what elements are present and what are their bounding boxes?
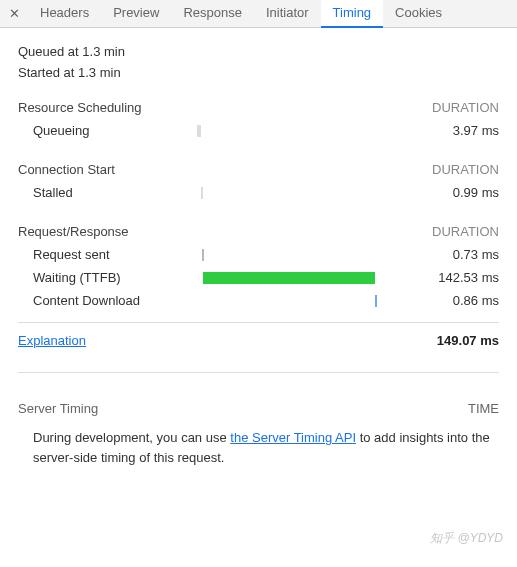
tab-preview[interactable]: Preview: [101, 0, 171, 28]
close-icon[interactable]: ✕: [0, 6, 28, 21]
row-bar: [197, 248, 377, 262]
row-stalled: Stalled 0.99 ms: [18, 181, 499, 204]
explanation-link[interactable]: Explanation: [18, 333, 86, 348]
timing-content: Queued at 1.3 min Started at 1.3 min Res…: [0, 28, 517, 483]
tab-headers[interactable]: Headers: [28, 0, 101, 28]
duration-header: DURATION: [432, 162, 499, 177]
server-timing-note: During development, you can use the Serv…: [18, 420, 499, 467]
section-title: Connection Start: [18, 162, 115, 177]
row-bar: [197, 186, 377, 200]
duration-header: DURATION: [432, 224, 499, 239]
tab-response[interactable]: Response: [171, 0, 254, 28]
devtools-tabs: ✕ Headers Preview Response Initiator Tim…: [0, 0, 517, 28]
section-title: Resource Scheduling: [18, 100, 142, 115]
divider: [18, 372, 499, 373]
row-label: Content Download: [18, 293, 193, 308]
row-waiting-ttfb: Waiting (TTFB) 142.53 ms: [18, 266, 499, 289]
row-label: Waiting (TTFB): [18, 270, 193, 285]
tab-cookies[interactable]: Cookies: [383, 0, 454, 28]
row-label: Stalled: [18, 185, 193, 200]
server-timing-api-link[interactable]: the Server Timing API: [230, 430, 356, 445]
total-time: 149.07 ms: [437, 333, 499, 348]
row-label: Request sent: [18, 247, 193, 262]
row-value: 3.97 ms: [381, 123, 499, 138]
server-timing-title: Server Timing: [18, 401, 98, 416]
row-value: 0.73 ms: [381, 247, 499, 262]
tab-timing[interactable]: Timing: [321, 0, 384, 28]
started-at: Started at 1.3 min: [18, 65, 499, 80]
row-content-download: Content Download 0.86 ms: [18, 289, 499, 312]
divider: [18, 322, 499, 323]
row-queueing: Queueing 3.97 ms: [18, 119, 499, 142]
section-resource-scheduling: Resource Scheduling DURATION Queueing 3.…: [18, 96, 499, 142]
row-label: Queueing: [18, 123, 193, 138]
queued-at: Queued at 1.3 min: [18, 44, 499, 59]
time-header: TIME: [468, 401, 499, 416]
section-request-response: Request/Response DURATION Request sent 0…: [18, 220, 499, 312]
section-title: Request/Response: [18, 224, 129, 239]
row-bar: [197, 124, 377, 138]
section-connection-start: Connection Start DURATION Stalled 0.99 m…: [18, 158, 499, 204]
row-bar: [197, 294, 377, 308]
row-value: 0.86 ms: [381, 293, 499, 308]
row-value: 0.99 ms: [381, 185, 499, 200]
row-value: 142.53 ms: [381, 270, 499, 285]
watermark: 知乎 @YDYD: [430, 530, 503, 547]
note-text-before: During development, you can use: [33, 430, 230, 445]
server-timing-header: Server Timing TIME: [18, 397, 499, 420]
summary-row: Explanation 149.07 ms: [18, 333, 499, 348]
duration-header: DURATION: [432, 100, 499, 115]
row-request-sent: Request sent 0.73 ms: [18, 243, 499, 266]
tab-initiator[interactable]: Initiator: [254, 0, 321, 28]
row-bar: [197, 271, 377, 285]
